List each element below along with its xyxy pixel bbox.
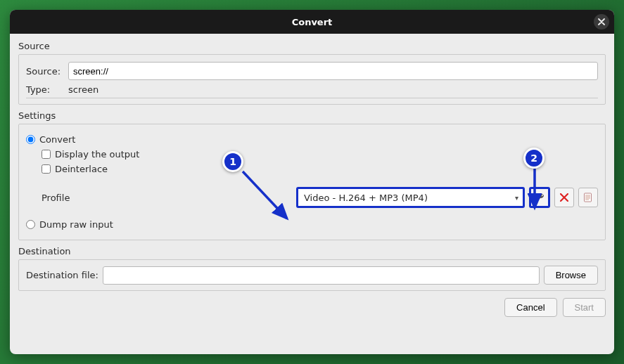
annotation-badge-1: 1	[222, 151, 243, 172]
type-label: Type:	[26, 84, 63, 95]
cancel-button[interactable]: Cancel	[504, 298, 556, 317]
dialog-content: Source Source: Type: screen Settings Con…	[10, 34, 614, 354]
deinterlace-checkbox-input[interactable]	[42, 164, 51, 174]
convert-radio-label: Convert	[39, 134, 75, 145]
destination-file-label: Destination file:	[26, 270, 98, 280]
chevron-down-icon: ▾	[515, 194, 518, 202]
edit-profile-button[interactable]	[529, 187, 550, 208]
dump-raw-label: Dump raw input	[39, 219, 113, 230]
close-icon	[598, 18, 605, 25]
dump-raw-radio-input[interactable]	[26, 220, 35, 229]
display-output-label: Display the output	[55, 149, 139, 160]
close-button[interactable]	[594, 14, 609, 30]
svg-rect-0	[585, 193, 592, 202]
annotation-badge-2: 2	[523, 148, 545, 169]
source-frame: Source: Type: screen	[18, 54, 606, 105]
window-title: Convert	[292, 17, 333, 27]
settings-section-label: Settings	[18, 110, 606, 121]
source-input[interactable]	[68, 62, 598, 80]
destination-frame: Destination file: Browse	[18, 259, 606, 291]
delete-icon	[560, 193, 568, 202]
new-profile-icon	[583, 193, 593, 202]
convert-dialog: Convert Source Source: Type: screen Sett…	[10, 10, 614, 354]
convert-radio-input[interactable]	[26, 135, 35, 144]
settings-frame: Convert Display the output Deinterlace P…	[18, 124, 606, 240]
deinterlace-label: Deinterlace	[55, 164, 108, 174]
divider	[26, 98, 598, 98]
titlebar: Convert	[10, 10, 614, 34]
dialog-footer: Cancel Start	[18, 298, 606, 317]
new-profile-button[interactable]	[578, 188, 598, 207]
type-value: screen	[68, 84, 98, 95]
profile-select[interactable]: Video - H.264 + MP3 (MP4) ▾	[296, 187, 525, 208]
display-output-checkbox-input[interactable]	[42, 150, 51, 159]
start-button[interactable]: Start	[563, 298, 606, 317]
source-label: Source:	[26, 66, 63, 77]
deinterlace-checkbox[interactable]: Deinterlace	[42, 164, 598, 174]
delete-profile-button[interactable]	[554, 188, 574, 207]
browse-button[interactable]: Browse	[544, 266, 598, 285]
profile-row: Profile Video - H.264 + MP3 (MP4) ▾	[42, 187, 598, 208]
convert-radio[interactable]: Convert	[26, 134, 598, 145]
destination-file-input[interactable]	[103, 266, 540, 285]
display-output-checkbox[interactable]: Display the output	[42, 149, 598, 160]
source-section-label: Source	[18, 41, 606, 51]
destination-section-label: Destination	[18, 246, 606, 256]
cancel-button-label: Cancel	[516, 302, 545, 313]
profile-select-value: Video - H.264 + MP3 (MP4)	[304, 193, 428, 203]
wrench-icon	[535, 193, 545, 203]
dump-raw-radio[interactable]: Dump raw input	[26, 219, 598, 230]
profile-label: Profile	[42, 193, 77, 203]
